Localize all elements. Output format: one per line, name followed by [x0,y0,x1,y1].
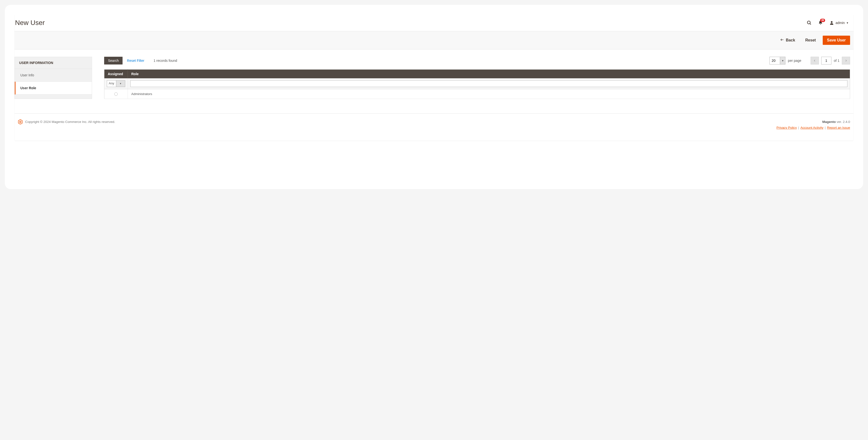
pager-of-label: of 1 [834,59,839,63]
save-user-button[interactable]: Save User [823,36,850,45]
tab-user-info[interactable]: User Info [15,69,92,82]
pager-current-input[interactable] [821,57,831,64]
role-name-cell: Administrators [128,89,850,99]
search-icon[interactable] [806,20,812,25]
reset-button[interactable]: Reset [802,36,819,45]
back-button-label: Back [786,38,795,42]
svg-line-1 [810,24,811,25]
notifications-button[interactable]: 39 [818,20,823,25]
back-button[interactable]: Back [777,36,799,45]
side-tabs-heading: USER INFORMATION [15,57,92,69]
pager-prev-button[interactable] [811,57,819,64]
col-header-role[interactable]: Role [128,69,850,79]
svg-point-0 [807,21,810,24]
filter-role-input[interactable] [130,80,847,87]
grid-search-button[interactable]: Search [104,57,123,64]
magento-logo-icon [18,119,23,124]
assign-role-radio[interactable] [114,92,118,96]
arrow-left-icon [780,38,784,42]
chevron-down-icon: ▼ [846,22,848,24]
side-tabs: USER INFORMATION User Info User Role [14,57,92,99]
chevron-down-icon: ▼ [116,81,125,87]
product-name: Magento [822,120,836,124]
user-menu[interactable]: admin ▼ [829,20,848,25]
filter-assigned-select[interactable]: Any ▼ [107,80,125,87]
copyright-text: Copyright © 2024 Magento Commerce Inc. A… [25,120,115,124]
notification-count-badge: 39 [820,19,825,22]
pager-next-button[interactable] [842,57,850,64]
table-row[interactable]: Administrators [104,89,850,99]
svg-point-2 [831,21,832,23]
records-found-label: 1 records found [154,59,177,63]
report-issue-link[interactable]: Report an Issue [827,126,850,129]
user-icon [829,20,834,25]
chevron-down-icon[interactable]: ▼ [780,57,785,64]
page-title: New User [15,19,45,27]
reset-filter-link[interactable]: Reset Filter [127,59,144,63]
privacy-policy-link[interactable]: Privacy Policy [776,126,797,129]
roles-grid: Assigned Role Any ▼ [104,69,850,99]
filter-assigned-value: Any [107,81,116,87]
per-page-select[interactable]: ▼ [769,57,785,64]
version-label: ver. 2.4.0 [836,120,850,124]
per-page-input[interactable] [770,57,780,64]
tab-user-role[interactable]: User Role [15,82,92,94]
account-activity-link[interactable]: Account Activity [800,126,824,129]
col-header-assigned[interactable]: Assigned [104,69,128,79]
user-name-label: admin [836,21,845,25]
per-page-label: per page [788,59,801,63]
